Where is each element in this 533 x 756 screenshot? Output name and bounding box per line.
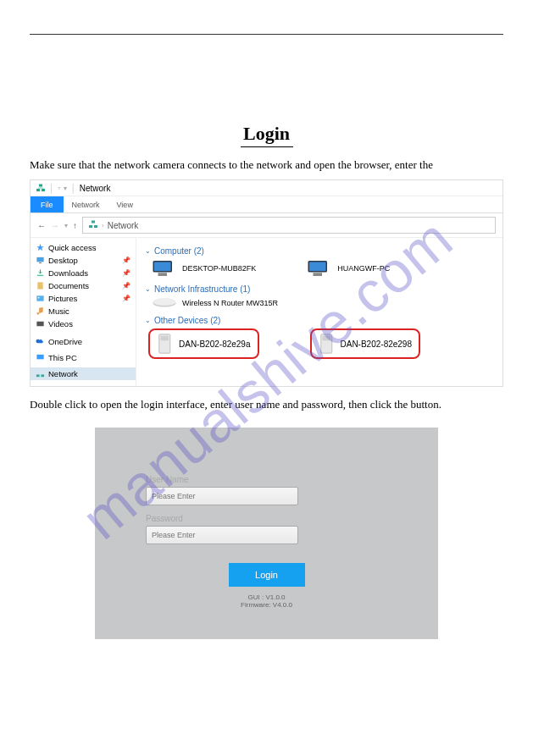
tab-file[interactable]: File	[31, 196, 64, 212]
svg-rect-6	[36, 257, 43, 262]
this-pc-icon	[36, 353, 45, 362]
sidebar-item-label: Pictures	[48, 294, 77, 303]
group-label: Network Infrastructure (1)	[154, 284, 250, 294]
device-label: DAN-B202-82e29a	[179, 339, 251, 349]
sidebar-network[interactable]: Network	[31, 367, 136, 380]
sidebar-item-label: Downloads	[48, 268, 88, 278]
svg-rect-0	[36, 189, 40, 191]
computer-icon	[307, 259, 332, 278]
address-bar[interactable]: › Network	[82, 217, 496, 234]
group-label: Computer (2)	[154, 246, 204, 256]
tab-network[interactable]: Network	[64, 196, 108, 212]
title-bar-location: Network	[80, 184, 111, 193]
sidebar-videos[interactable]: Videos	[31, 317, 136, 330]
nav-up-icon[interactable]: ↑	[73, 221, 77, 230]
svg-point-22	[153, 298, 176, 306]
svg-rect-1	[42, 189, 45, 191]
svg-rect-2	[39, 185, 42, 187]
computer-icon	[152, 259, 177, 278]
password-input[interactable]	[146, 526, 298, 544]
title-bar-sep: │	[49, 184, 54, 193]
svg-point-10	[38, 297, 40, 299]
sidebar-desktop[interactable]: Desktop📌	[31, 254, 136, 267]
pin-icon: 📌	[122, 282, 130, 290]
pin-icon: 📌	[122, 295, 130, 302]
computer-item[interactable]: DESKTOP-MUB82FK	[152, 259, 256, 278]
network-icon	[88, 219, 98, 231]
title-bar-icon2: ▫	[58, 184, 60, 192]
group-other-devices[interactable]: ⌄ Other Devices (2)	[145, 316, 494, 325]
nas-device-icon	[157, 333, 174, 355]
chevron-down-icon: ⌄	[145, 247, 151, 255]
svg-rect-11	[36, 322, 43, 327]
sidebar-music[interactable]: Music	[31, 305, 136, 317]
login-panel: User Name Password Login GUI : V1.0.0 Fi…	[95, 428, 438, 639]
downloads-icon	[36, 268, 45, 278]
device-label: HUANGWF-PC	[337, 264, 390, 273]
tab-view[interactable]: View	[108, 196, 142, 212]
username-label: User Name	[146, 475, 387, 484]
window-title-bar: │ ▫ ▾ │ Network	[31, 180, 502, 196]
group-computer[interactable]: ⌄ Computer (2)	[145, 246, 494, 256]
svg-rect-26	[322, 336, 330, 341]
device-label: DAN-B202-82e298	[341, 339, 413, 349]
group-infrastructure[interactable]: ⌄ Network Infrastructure (1)	[145, 284, 494, 294]
sidebar-this-pc[interactable]: This PC	[31, 351, 136, 364]
router-icon	[152, 297, 177, 309]
group-label: Other Devices (2)	[154, 316, 220, 325]
chevron-down-icon: ⌄	[145, 285, 151, 293]
svg-rect-12	[36, 355, 43, 360]
file-explorer-window: │ ▫ ▾ │ Network File Network View ← → ▾ …	[30, 179, 503, 387]
nav-back-icon[interactable]: ←	[37, 221, 46, 230]
svg-rect-20	[314, 273, 323, 276]
highlighted-device[interactable]: DAN-B202-82e29a	[148, 328, 259, 359]
svg-rect-7	[39, 262, 42, 263]
sidebar-documents[interactable]: Documents📌	[31, 279, 136, 292]
breadcrumb-sep: ›	[102, 222, 104, 229]
music-icon	[36, 306, 45, 316]
username-input[interactable]	[146, 487, 298, 505]
computer-item[interactable]: HUANGWF-PC	[307, 259, 390, 278]
sidebar-pictures[interactable]: Pictures📌	[31, 292, 136, 305]
login-button[interactable]: Login	[229, 563, 305, 587]
pin-icon: 📌	[122, 269, 130, 277]
svg-rect-4	[94, 225, 97, 228]
sidebar-item-label: Documents	[48, 281, 89, 290]
sidebar-item-label: Desktop	[48, 256, 78, 265]
sidebar-item-label: Videos	[48, 319, 73, 328]
svg-rect-17	[158, 273, 168, 276]
desktop-icon	[36, 256, 45, 265]
sidebar-onedrive[interactable]: OneDrive	[31, 335, 136, 348]
pin-icon: 📌	[122, 257, 130, 264]
nav-dropdown-icon[interactable]: ▾	[64, 222, 68, 229]
sidebar-item-label: Network	[48, 369, 78, 378]
title-bar-sep2: │	[70, 184, 75, 193]
network-icon	[36, 183, 46, 193]
breadcrumb-bar: ← → ▾ ↑ › Network	[31, 213, 502, 238]
ribbon-tabs: File Network View	[31, 196, 502, 213]
sidebar-quick-access[interactable]: Quick access	[31, 241, 136, 254]
title-bar-dropdown[interactable]: ▾	[64, 185, 67, 192]
sidebar-downloads[interactable]: Downloads📌	[31, 267, 136, 279]
documents-icon	[36, 281, 45, 290]
highlighted-device[interactable]: DAN-B202-82e298	[310, 328, 421, 359]
section-title: Login	[241, 123, 293, 147]
intro-text-2: Double click to open the login interface…	[30, 397, 503, 412]
svg-rect-9	[36, 295, 43, 301]
nav-forward-icon[interactable]: →	[51, 221, 59, 230]
network-icon	[36, 369, 45, 378]
svg-rect-8	[37, 283, 42, 290]
device-label: Wireless N Router MW315R	[182, 299, 278, 307]
router-item[interactable]: Wireless N Router MW315R	[152, 297, 278, 309]
svg-rect-14	[41, 375, 44, 378]
navigation-sidebar: Quick access Desktop📌 Downloads📌 Documen…	[31, 238, 136, 386]
intro-text-1: Make sure that the network camera connec…	[30, 157, 503, 173]
onedrive-icon	[36, 337, 45, 346]
svg-rect-5	[92, 221, 95, 223]
videos-icon	[36, 319, 45, 328]
sidebar-item-label: OneDrive	[48, 337, 82, 346]
svg-rect-16	[154, 262, 171, 272]
password-label: Password	[146, 514, 387, 523]
sidebar-item-label: Quick access	[48, 243, 97, 252]
gui-version: GUI : V1.0.0	[146, 593, 387, 601]
